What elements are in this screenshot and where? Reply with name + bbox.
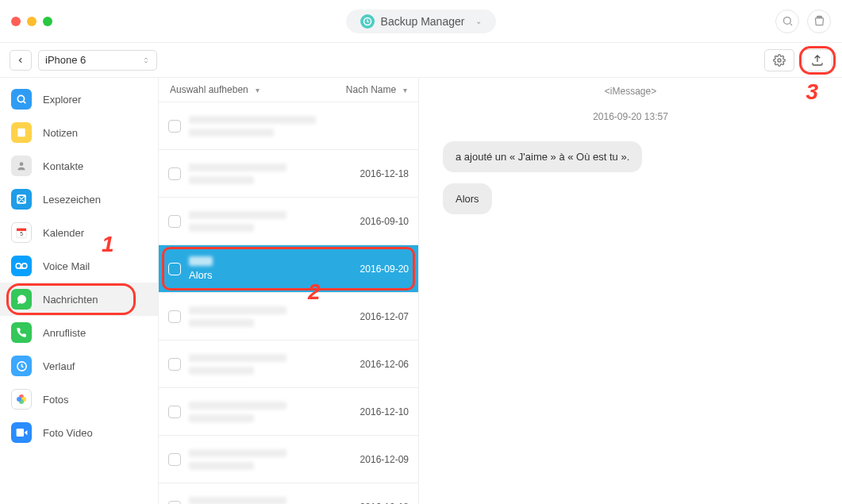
back-button[interactable] <box>10 50 32 71</box>
close-window-button[interactable] <box>11 17 21 26</box>
svg-point-16 <box>17 397 21 402</box>
svg-point-5 <box>20 162 24 166</box>
message-detail: <iMessage> 2016-09-20 13:57 a ajouté un … <box>419 78 842 504</box>
chevron-down-icon: ▾ <box>253 86 260 94</box>
photos-icon <box>11 389 32 410</box>
mode-selector[interactable]: Backup Manager ⌄ <box>346 10 497 33</box>
contacts-icon <box>11 156 32 176</box>
row-checkbox[interactable] <box>168 167 181 180</box>
search-button[interactable] <box>775 10 799 33</box>
sidebar: ExplorerNotizenKontakteLesezeichen5Kalen… <box>0 78 159 504</box>
message-row[interactable]: Alors2016-09-20 <box>159 245 418 293</box>
message-date: 2016-12-06 <box>360 359 409 370</box>
message-date: 2016-09-10 <box>360 216 409 227</box>
message-list: Auswahl aufheben ▾ Nach Name ▾ 2016-12-1… <box>159 78 419 504</box>
main-content: ExplorerNotizenKontakteLesezeichen5Kalen… <box>0 78 842 504</box>
svg-point-1 <box>783 17 790 25</box>
device-label: iPhone 6 <box>45 54 86 66</box>
sidebar-item-label: Fotos <box>43 394 69 406</box>
message-date: 2016-12-07 <box>360 311 409 322</box>
contact-name-blurred <box>189 211 352 232</box>
message-date: 2016-12-18 <box>360 168 409 179</box>
svg-text:5: 5 <box>20 231 23 237</box>
row-checkbox[interactable] <box>168 358 181 371</box>
sidebar-item-voice-mail[interactable]: Voice Mail <box>0 249 158 283</box>
shopping-button[interactable] <box>807 10 831 33</box>
svg-rect-4 <box>17 129 25 137</box>
svg-rect-17 <box>16 429 23 437</box>
settings-button[interactable] <box>764 49 794 71</box>
message-row[interactable]: 2016-12-06 <box>159 340 418 388</box>
message-row[interactable]: 2016-12-18 <box>159 150 418 198</box>
contact-name-blurred <box>189 402 352 422</box>
message-source-label: <iMessage> <box>443 86 818 97</box>
message-bubble: a ajouté un « J'aime » à « Où est tu ». <box>443 141 642 172</box>
message-date: 2016-12-09 <box>360 454 409 465</box>
contact-name-blurred <box>189 164 352 184</box>
sidebar-item-notizen[interactable]: Notizen <box>0 116 158 149</box>
sidebar-item-fotos[interactable]: Fotos <box>0 383 158 416</box>
message-row[interactable]: 2016-12-09 <box>159 436 418 483</box>
message-row[interactable]: 2016-09-10 <box>159 198 418 245</box>
sidebar-item-explorer[interactable]: Explorer <box>0 83 158 116</box>
row-checkbox[interactable] <box>168 453 181 466</box>
row-checkbox[interactable] <box>168 120 181 133</box>
row-checkbox[interactable] <box>168 263 181 275</box>
sidebar-item-kalender[interactable]: 5Kalender <box>0 216 158 249</box>
video-icon <box>11 422 32 443</box>
traffic-lights <box>11 17 52 26</box>
contact-name-blurred <box>189 497 352 505</box>
svg-point-11 <box>22 264 27 268</box>
row-checkbox[interactable] <box>168 501 181 505</box>
row-checkbox[interactable] <box>168 310 181 323</box>
sidebar-item-lesezeichen[interactable]: Lesezeichen <box>0 183 158 216</box>
sidebar-item-label: Foto Video <box>43 427 93 439</box>
export-icon <box>810 54 825 67</box>
message-preview: Alors <box>189 269 352 281</box>
message-timestamp: 2016-09-20 13:57 <box>443 111 818 122</box>
history-icon <box>11 356 32 376</box>
svg-point-2 <box>778 59 781 62</box>
sidebar-item-label: Verlauf <box>43 360 75 372</box>
message-row[interactable]: 2016-12-18 <box>159 483 418 504</box>
message-row[interactable]: 2016-12-07 <box>159 293 418 340</box>
device-selector[interactable]: iPhone 6 <box>38 50 157 71</box>
chevron-down-icon: ▾ <box>401 86 407 94</box>
sidebar-item-kontakte[interactable]: Kontakte <box>0 149 158 183</box>
message-date: 2016-09-20 <box>360 264 409 275</box>
row-checkbox[interactable] <box>168 406 181 418</box>
export-button[interactable] <box>802 49 832 71</box>
row-checkbox[interactable] <box>168 215 181 228</box>
sidebar-item-label: Lesezeichen <box>43 194 101 206</box>
deselect-all-button[interactable]: Auswahl aufheben ▾ <box>170 84 260 95</box>
contact-name-blurred <box>189 449 352 470</box>
sidebar-item-label: Nachrichten <box>43 294 98 306</box>
sidebar-item-label: Kalender <box>43 227 84 239</box>
bookmark-icon <box>11 189 32 210</box>
message-row[interactable]: 2016-12-10 <box>159 388 418 436</box>
contact-name-blurred: Alors <box>189 256 352 281</box>
phone-icon <box>11 322 32 343</box>
sidebar-item-nachrichten[interactable]: Nachrichten <box>0 283 158 316</box>
sidebar-item-label: Voice Mail <box>43 260 90 272</box>
contact-name-blurred <box>189 116 401 137</box>
message-row[interactable] <box>159 102 418 150</box>
contact-name-blurred <box>189 354 352 375</box>
note-icon <box>11 122 32 143</box>
gear-icon <box>773 54 786 67</box>
sidebar-item-verlauf[interactable]: Verlauf <box>0 349 158 383</box>
sidebar-item-label: Notizen <box>43 127 78 139</box>
svg-point-3 <box>17 95 24 102</box>
maximize-window-button[interactable] <box>43 17 52 26</box>
messages-icon <box>11 289 32 310</box>
contact-name-blurred <box>189 306 352 327</box>
sidebar-item-foto-video[interactable]: Foto Video <box>0 416 158 449</box>
minimize-window-button[interactable] <box>27 17 37 26</box>
sort-button[interactable]: Nach Name ▾ <box>346 84 407 95</box>
voicemail-icon <box>11 256 32 276</box>
clock-icon <box>360 14 375 29</box>
sidebar-item-label: Kontakte <box>43 160 83 172</box>
sidebar-item-anrufliste[interactable]: Anrufliste <box>0 316 158 349</box>
message-date: 2016-12-18 <box>360 502 409 505</box>
sidebar-item-label: Explorer <box>43 94 81 106</box>
